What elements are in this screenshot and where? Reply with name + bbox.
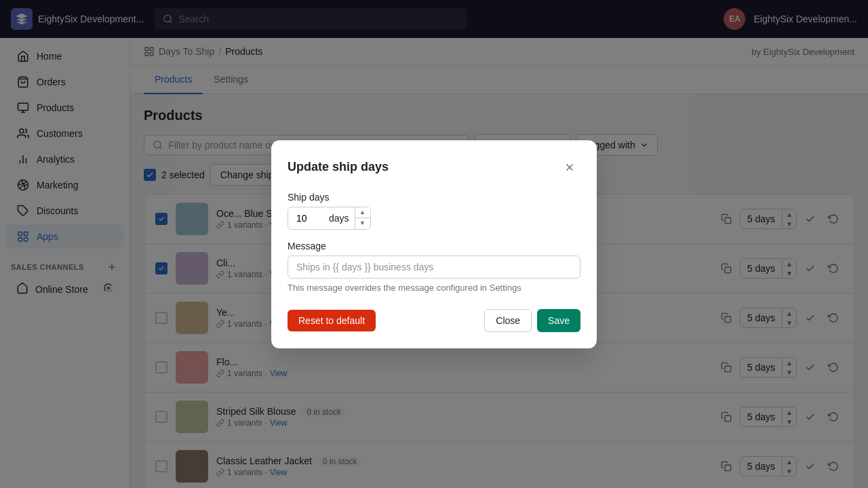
modal-overlay[interactable]: Update ship days Ship days days ▲ ▼ Mess… — [0, 0, 868, 488]
ship-days-label: Ship days — [288, 192, 580, 203]
message-label: Message — [288, 241, 580, 251]
update-ship-days-modal: Update ship days Ship days days ▲ ▼ Mess… — [271, 140, 597, 348]
modal-footer: Reset to default Close Save — [288, 309, 580, 332]
days-spin-down[interactable]: ▼ — [355, 218, 370, 229]
modal-header: Update ship days — [288, 157, 580, 178]
modal-close-button[interactable] — [559, 157, 580, 178]
message-group: Message This message overrides the messa… — [288, 241, 580, 293]
modal-title: Update ship days — [288, 160, 389, 174]
days-spin-up[interactable]: ▲ — [355, 207, 370, 218]
ship-days-group: Ship days days ▲ ▼ — [288, 192, 580, 230]
days-spinner: ▲ ▼ — [355, 207, 370, 229]
ship-days-input[interactable] — [288, 208, 329, 228]
ship-days-input-group: days ▲ ▼ — [288, 207, 371, 230]
reset-to-default-button[interactable]: Reset to default — [288, 310, 376, 331]
message-input[interactable] — [288, 256, 580, 279]
modal-footer-right: Close Save — [484, 309, 580, 332]
modal-save-button[interactable]: Save — [537, 309, 580, 332]
modal-cancel-button[interactable]: Close — [484, 309, 532, 332]
days-unit-label: days — [329, 208, 355, 228]
close-icon — [564, 161, 576, 174]
message-hint: This message overrides the message confi… — [288, 283, 580, 293]
